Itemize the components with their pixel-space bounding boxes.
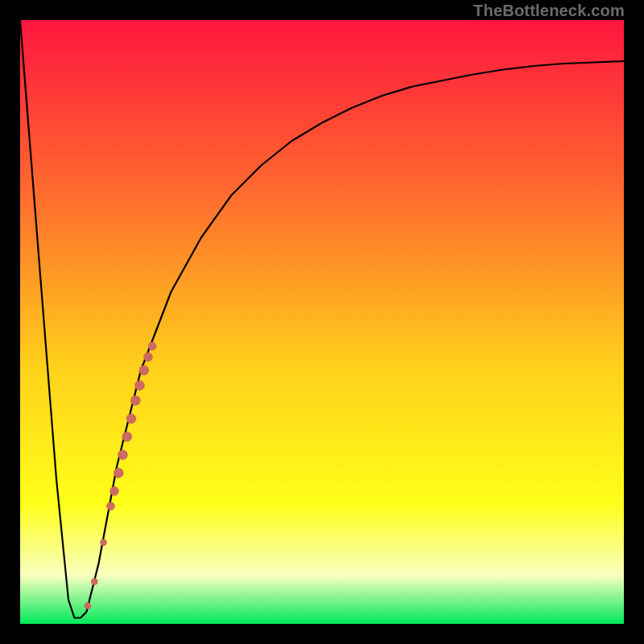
data-marker [118, 450, 128, 460]
data-marker [126, 414, 136, 423]
chart-plot-area [20, 20, 624, 624]
chart-svg [20, 20, 624, 624]
data-marker [110, 487, 119, 496]
data-marker [135, 381, 145, 390]
gradient-background [20, 20, 624, 624]
data-marker [130, 396, 140, 406]
data-marker [91, 579, 97, 585]
watermark-text: TheBottleneck.com [473, 2, 625, 20]
data-marker [148, 342, 156, 350]
chart-frame: TheBottleneck.com [0, 0, 644, 644]
data-marker [114, 469, 123, 478]
data-marker [101, 539, 107, 546]
data-marker [122, 432, 132, 442]
data-marker [139, 365, 149, 375]
data-marker [107, 502, 115, 510]
data-marker [85, 603, 91, 609]
data-marker [144, 353, 153, 361]
